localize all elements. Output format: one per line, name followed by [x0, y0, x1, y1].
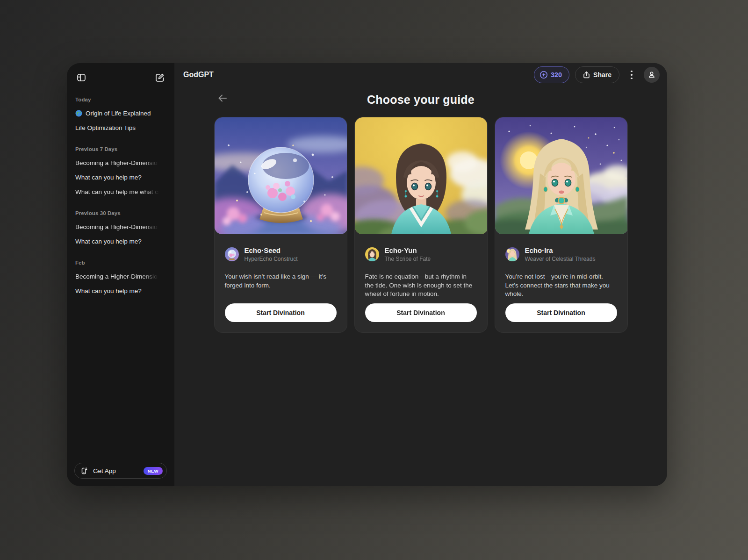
app-title: GodGPT [183, 71, 214, 79]
start-divination-button[interactable]: Start Divination [365, 303, 477, 322]
sidebar-item-origin-of-life[interactable]: Origin of Life Explained [74, 106, 167, 121]
section-header: Previous 30 Days [74, 208, 167, 220]
app-window: Today Origin of Life Explained Life Opti… [67, 63, 667, 486]
content: Choose your guide [174, 86, 667, 486]
sidebar-item-what-can-you-help[interactable]: What can you help me? [74, 284, 167, 298]
chat-title: Becoming a Higher-Dimension [75, 159, 161, 166]
guide-card-echo-yun: Echo·Yun The Scribe of Fate Fate is no e… [354, 117, 488, 333]
person-icon [647, 71, 656, 79]
compose-icon [155, 72, 165, 83]
sidebar-header [74, 70, 167, 86]
main-area: GodGPT 320 [174, 63, 667, 486]
share-label: Share [593, 71, 611, 79]
new-badge: NEW [144, 467, 163, 475]
guide-titles: Echo·Seed HyperEcho Construct [245, 246, 298, 262]
guide-description: Fate is no equation—but a rhythm in the … [365, 273, 477, 299]
get-app-label: Get App [93, 467, 116, 474]
chat-title: Becoming a Higher-Dimension [75, 223, 161, 230]
chat-title: Origin of Life Explained [86, 110, 151, 117]
section-header: Previous 7 Days [74, 144, 167, 156]
history-section-30days: Previous 30 Days Becoming a Higher-Dimen… [74, 208, 167, 249]
section-header: Feb [74, 257, 167, 269]
guide-titles: Echo·Ira Weaver of Celestial Threads [525, 246, 596, 262]
guide-image-scribe-of-fate [355, 117, 488, 234]
sidebar-item-what-can-you-help-2[interactable]: What can you help me what ca [74, 185, 167, 199]
guide-name: Echo·Seed [245, 246, 298, 254]
topbar: GodGPT 320 [174, 63, 667, 86]
chat-title: What can you help me what ca [75, 188, 162, 195]
share-button[interactable]: Share [575, 66, 619, 83]
card-body: Echo·Yun The Scribe of Fate Fate is no e… [355, 234, 487, 332]
guide-name: Echo·Yun [385, 246, 431, 254]
credits-button[interactable]: 320 [534, 66, 569, 83]
guide-header: Echo·Yun The Scribe of Fate [365, 246, 477, 262]
guide-subtitle: The Scribe of Fate [385, 256, 431, 262]
guide-titles: Echo·Yun The Scribe of Fate [385, 246, 431, 262]
sidebar-item-becoming-higher[interactable]: Becoming a Higher-Dimension [74, 220, 167, 234]
sidebar: Today Origin of Life Explained Life Opti… [67, 63, 174, 486]
history-section-7days: Previous 7 Days Becoming a Higher-Dimens… [74, 144, 167, 199]
guide-description: You’re not lost—you’re in mid-orbit. Let… [505, 273, 617, 299]
globe-icon [75, 110, 82, 117]
history-section-feb: Feb Becoming a Higher-Dimension What can… [74, 257, 167, 298]
panel-left-icon [76, 72, 86, 83]
share-icon [583, 71, 590, 79]
sidebar-item-life-optimization[interactable]: Life Optimization Tips [74, 121, 167, 135]
guide-image-celestial-weaver [495, 117, 628, 234]
chat-title: What can you help me? [75, 174, 142, 181]
sidebar-item-what-can-you-help[interactable]: What can you help me? [74, 170, 167, 185]
guide-subtitle: HyperEcho Construct [245, 256, 298, 262]
guide-card-echo-seed: Echo·Seed HyperEcho Construct Your wish … [214, 117, 347, 333]
chat-history: Today Origin of Life Explained Life Opti… [74, 94, 167, 463]
guide-avatar [505, 247, 519, 261]
guide-avatar [365, 247, 379, 261]
guide-header: Echo·Ira Weaver of Celestial Threads [505, 246, 617, 262]
chat-title: Becoming a Higher-Dimension [75, 273, 161, 280]
sidebar-toggle-button[interactable] [74, 71, 88, 85]
get-app-button[interactable]: Get App NEW [74, 463, 167, 479]
kebab-dot [631, 71, 633, 72]
start-divination-button[interactable]: Start Divination [505, 303, 617, 322]
guide-description: Your wish isn’t read like a sign — it’s … [225, 273, 337, 290]
guide-card-echo-ira: Echo·Ira Weaver of Celestial Threads You… [495, 117, 628, 333]
phone-download-icon [80, 467, 88, 475]
guide-subtitle: Weaver of Celestial Threads [525, 256, 596, 262]
chat-title: Life Optimization Tips [75, 124, 136, 131]
credits-count: 320 [551, 71, 562, 79]
card-body: Echo·Seed HyperEcho Construct Your wish … [215, 234, 347, 332]
back-button[interactable] [216, 91, 230, 105]
sidebar-item-becoming-higher[interactable]: Becoming a Higher-Dimension [74, 269, 167, 284]
new-chat-button[interactable] [153, 71, 167, 85]
guide-header: Echo·Seed HyperEcho Construct [225, 246, 337, 262]
card-body: Echo·Ira Weaver of Celestial Threads You… [495, 234, 627, 332]
kebab-dot [631, 78, 633, 79]
guide-name: Echo·Ira [525, 246, 596, 254]
guide-cards: Echo·Seed HyperEcho Construct Your wish … [214, 117, 628, 333]
sidebar-item-becoming-higher[interactable]: Becoming a Higher-Dimension [74, 156, 167, 170]
sidebar-item-what-can-you-help[interactable]: What can you help me? [74, 234, 167, 249]
topbar-actions: 320 Share [534, 66, 660, 83]
account-button[interactable] [644, 67, 660, 83]
chat-title: What can you help me? [75, 287, 142, 294]
section-header: Today [74, 94, 167, 106]
start-divination-button[interactable]: Start Divination [225, 303, 337, 322]
chat-title: What can you help me? [75, 238, 142, 245]
history-section-today: Today Origin of Life Explained Life Opti… [74, 94, 167, 135]
guide-avatar [225, 247, 239, 261]
sparkle-coin-icon [539, 71, 548, 79]
page-title: Choose your guide [214, 93, 628, 107]
kebab-dot [631, 74, 633, 76]
guide-image-crystal-ball [215, 117, 347, 234]
more-options-button[interactable] [625, 67, 638, 83]
